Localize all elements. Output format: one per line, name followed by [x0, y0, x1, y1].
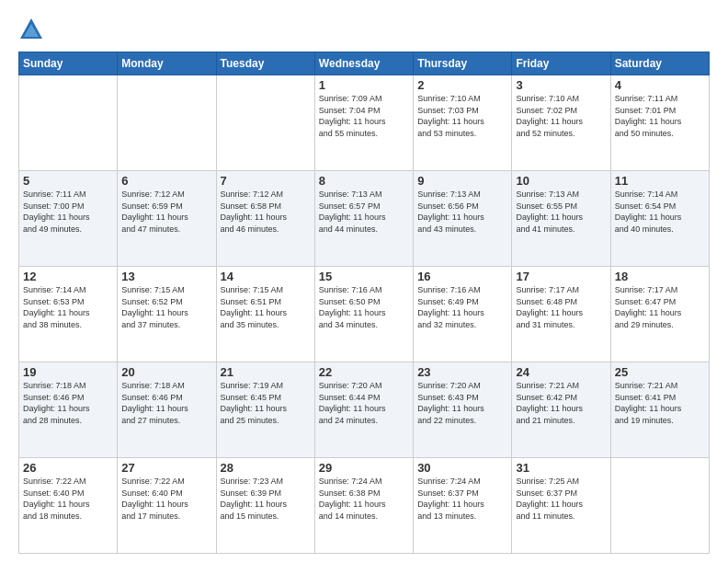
calendar-cell: 18Sunrise: 7:17 AM Sunset: 6:47 PM Dayli…	[610, 267, 709, 362]
day-number: 5	[23, 174, 113, 188]
day-info: Sunrise: 7:15 AM Sunset: 6:51 PM Dayligh…	[221, 284, 311, 330]
day-number: 13	[121, 270, 211, 283]
day-info: Sunrise: 7:12 AM Sunset: 6:58 PM Dayligh…	[221, 189, 311, 235]
calendar-cell: 5Sunrise: 7:11 AM Sunset: 7:00 PM Daylig…	[19, 171, 118, 267]
calendar-cell: 16Sunrise: 7:16 AM Sunset: 6:49 PM Dayli…	[414, 267, 512, 362]
calendar-cell: 23Sunrise: 7:20 AM Sunset: 6:43 PM Dayli…	[414, 362, 512, 458]
calendar-cell: 24Sunrise: 7:21 AM Sunset: 6:42 PM Dayli…	[512, 362, 610, 458]
weekday-header-thursday: Thursday	[414, 52, 512, 75]
calendar-cell: 25Sunrise: 7:21 AM Sunset: 6:41 PM Dayli…	[610, 362, 709, 458]
day-number: 20	[121, 365, 211, 379]
day-number: 18	[615, 270, 705, 283]
day-info: Sunrise: 7:21 AM Sunset: 6:42 PM Dayligh…	[516, 380, 606, 426]
day-info: Sunrise: 7:13 AM Sunset: 6:56 PM Dayligh…	[417, 189, 507, 235]
day-number: 14	[221, 270, 311, 283]
day-info: Sunrise: 7:18 AM Sunset: 6:46 PM Dayligh…	[121, 380, 211, 426]
day-info: Sunrise: 7:20 AM Sunset: 6:43 PM Dayligh…	[417, 380, 507, 426]
day-info: Sunrise: 7:10 AM Sunset: 7:03 PM Dayligh…	[417, 93, 507, 139]
day-info: Sunrise: 7:10 AM Sunset: 7:02 PM Dayligh…	[516, 93, 606, 139]
day-number: 23	[417, 365, 507, 379]
calendar-cell: 27Sunrise: 7:22 AM Sunset: 6:40 PM Dayli…	[118, 458, 216, 554]
day-number: 12	[23, 270, 113, 283]
day-number: 3	[516, 78, 606, 92]
calendar-cell: 10Sunrise: 7:13 AM Sunset: 6:55 PM Dayli…	[512, 171, 610, 267]
calendar-cell: 20Sunrise: 7:18 AM Sunset: 6:46 PM Dayli…	[118, 362, 216, 458]
day-info: Sunrise: 7:17 AM Sunset: 6:47 PM Dayligh…	[615, 284, 705, 330]
day-info: Sunrise: 7:09 AM Sunset: 7:04 PM Dayligh…	[319, 93, 409, 139]
calendar-cell: 26Sunrise: 7:22 AM Sunset: 6:40 PM Dayli…	[19, 458, 118, 554]
day-info: Sunrise: 7:13 AM Sunset: 6:55 PM Dayligh…	[516, 189, 606, 235]
day-info: Sunrise: 7:13 AM Sunset: 6:57 PM Dayligh…	[319, 189, 409, 235]
calendar-cell: 21Sunrise: 7:19 AM Sunset: 6:45 PM Dayli…	[216, 362, 314, 458]
weekday-header-friday: Friday	[512, 52, 610, 75]
day-number: 28	[221, 461, 311, 475]
weekday-header-saturday: Saturday	[610, 52, 709, 75]
calendar-cell: 8Sunrise: 7:13 AM Sunset: 6:57 PM Daylig…	[314, 171, 413, 267]
calendar-cell	[118, 75, 216, 171]
calendar-cell: 17Sunrise: 7:17 AM Sunset: 6:48 PM Dayli…	[512, 267, 610, 362]
day-info: Sunrise: 7:18 AM Sunset: 6:46 PM Dayligh…	[23, 380, 113, 426]
calendar-cell	[216, 75, 314, 171]
day-number: 26	[23, 461, 113, 475]
day-info: Sunrise: 7:17 AM Sunset: 6:48 PM Dayligh…	[516, 284, 606, 330]
day-info: Sunrise: 7:16 AM Sunset: 6:50 PM Dayligh…	[319, 284, 409, 330]
calendar-week-5: 26Sunrise: 7:22 AM Sunset: 6:40 PM Dayli…	[19, 458, 710, 554]
day-number: 10	[516, 174, 606, 188]
calendar-cell: 2Sunrise: 7:10 AM Sunset: 7:03 PM Daylig…	[414, 75, 512, 171]
day-number: 6	[121, 174, 211, 188]
calendar-cell: 30Sunrise: 7:24 AM Sunset: 6:37 PM Dayli…	[414, 458, 512, 554]
day-number: 16	[417, 270, 507, 283]
day-number: 21	[221, 365, 311, 379]
calendar-cell: 31Sunrise: 7:25 AM Sunset: 6:37 PM Dayli…	[512, 458, 610, 554]
calendar-week-3: 12Sunrise: 7:14 AM Sunset: 6:53 PM Dayli…	[19, 267, 710, 362]
day-info: Sunrise: 7:14 AM Sunset: 6:53 PM Dayligh…	[23, 284, 113, 330]
calendar-cell: 15Sunrise: 7:16 AM Sunset: 6:50 PM Dayli…	[314, 267, 413, 362]
day-info: Sunrise: 7:24 AM Sunset: 6:37 PM Dayligh…	[417, 476, 507, 522]
day-number: 27	[121, 461, 211, 475]
day-info: Sunrise: 7:15 AM Sunset: 6:52 PM Dayligh…	[121, 284, 211, 330]
logo	[18, 17, 48, 42]
calendar-cell: 12Sunrise: 7:14 AM Sunset: 6:53 PM Dayli…	[19, 267, 118, 362]
day-number: 2	[417, 78, 507, 92]
day-info: Sunrise: 7:22 AM Sunset: 6:40 PM Dayligh…	[121, 476, 211, 522]
day-number: 17	[516, 270, 606, 283]
day-number: 4	[615, 78, 705, 92]
day-number: 9	[417, 174, 507, 188]
weekday-header-row: SundayMondayTuesdayWednesdayThursdayFrid…	[19, 52, 710, 75]
header	[18, 17, 710, 42]
calendar-cell: 19Sunrise: 7:18 AM Sunset: 6:46 PM Dayli…	[19, 362, 118, 458]
weekday-header-tuesday: Tuesday	[216, 52, 314, 75]
calendar-cell: 3Sunrise: 7:10 AM Sunset: 7:02 PM Daylig…	[512, 75, 610, 171]
calendar-week-1: 1Sunrise: 7:09 AM Sunset: 7:04 PM Daylig…	[19, 75, 710, 171]
calendar-cell: 14Sunrise: 7:15 AM Sunset: 6:51 PM Dayli…	[216, 267, 314, 362]
day-number: 24	[516, 365, 606, 379]
day-number: 25	[615, 365, 705, 379]
day-info: Sunrise: 7:11 AM Sunset: 7:00 PM Dayligh…	[23, 189, 113, 235]
logo-icon	[18, 17, 44, 42]
day-info: Sunrise: 7:24 AM Sunset: 6:38 PM Dayligh…	[319, 476, 409, 522]
day-number: 7	[221, 174, 311, 188]
calendar-cell: 4Sunrise: 7:11 AM Sunset: 7:01 PM Daylig…	[610, 75, 709, 171]
calendar-cell: 9Sunrise: 7:13 AM Sunset: 6:56 PM Daylig…	[414, 171, 512, 267]
day-number: 8	[319, 174, 409, 188]
day-info: Sunrise: 7:16 AM Sunset: 6:49 PM Dayligh…	[417, 284, 507, 330]
calendar-cell: 6Sunrise: 7:12 AM Sunset: 6:59 PM Daylig…	[118, 171, 216, 267]
day-info: Sunrise: 7:25 AM Sunset: 6:37 PM Dayligh…	[516, 476, 606, 522]
day-info: Sunrise: 7:22 AM Sunset: 6:40 PM Dayligh…	[23, 476, 113, 522]
calendar-table: SundayMondayTuesdayWednesdayThursdayFrid…	[18, 52, 710, 554]
calendar-cell: 7Sunrise: 7:12 AM Sunset: 6:58 PM Daylig…	[216, 171, 314, 267]
day-number: 30	[417, 461, 507, 475]
calendar-cell: 28Sunrise: 7:23 AM Sunset: 6:39 PM Dayli…	[216, 458, 314, 554]
day-info: Sunrise: 7:20 AM Sunset: 6:44 PM Dayligh…	[319, 380, 409, 426]
day-info: Sunrise: 7:19 AM Sunset: 6:45 PM Dayligh…	[221, 380, 311, 426]
calendar-cell: 29Sunrise: 7:24 AM Sunset: 6:38 PM Dayli…	[314, 458, 413, 554]
weekday-header-sunday: Sunday	[19, 52, 118, 75]
day-info: Sunrise: 7:23 AM Sunset: 6:39 PM Dayligh…	[221, 476, 311, 522]
page: SundayMondayTuesdayWednesdayThursdayFrid…	[0, 0, 728, 563]
calendar-week-2: 5Sunrise: 7:11 AM Sunset: 7:00 PM Daylig…	[19, 171, 710, 267]
calendar-cell	[19, 75, 118, 171]
calendar-cell: 11Sunrise: 7:14 AM Sunset: 6:54 PM Dayli…	[610, 171, 709, 267]
day-number: 15	[319, 270, 409, 283]
day-info: Sunrise: 7:21 AM Sunset: 6:41 PM Dayligh…	[615, 380, 705, 426]
calendar-cell: 22Sunrise: 7:20 AM Sunset: 6:44 PM Dayli…	[314, 362, 413, 458]
